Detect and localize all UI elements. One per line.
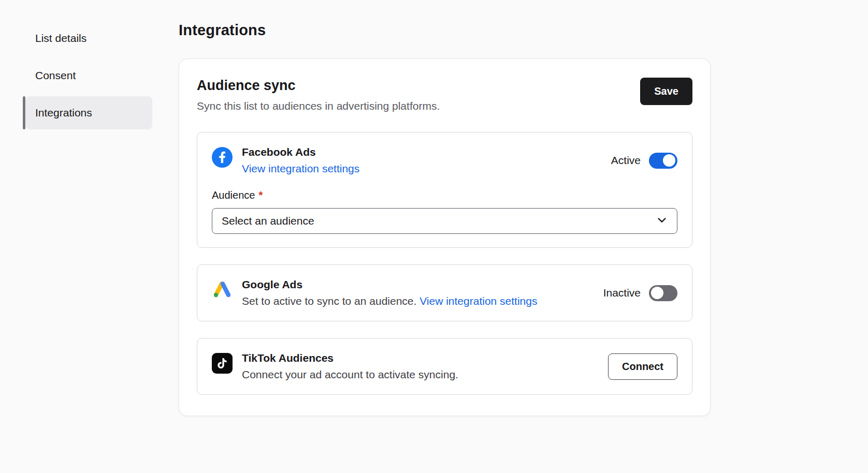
tiktok-icon bbox=[212, 353, 233, 374]
facebook-status-label: Active bbox=[611, 154, 641, 167]
tiktok-title: TikTok Audiences bbox=[242, 352, 458, 364]
card-header-text: Audience sync Sync this list to audience… bbox=[197, 78, 440, 112]
google-ads-row: Google Ads Set to active to sync to an a… bbox=[212, 278, 677, 307]
google-active-toggle[interactable] bbox=[649, 285, 677, 301]
google-ads-text: Google Ads Set to active to sync to an a… bbox=[242, 278, 537, 307]
toggle-knob bbox=[663, 154, 675, 167]
facebook-status-controls: Active bbox=[611, 153, 677, 169]
chevron-down-icon bbox=[656, 214, 668, 228]
sidebar-item-integrations[interactable]: Integrations bbox=[26, 96, 152, 129]
facebook-settings-link[interactable]: View integration settings bbox=[242, 162, 359, 174]
facebook-ads-row: Facebook Ads View integration settings A… bbox=[212, 146, 677, 175]
tiktok-description: Connect your ad account to activate sync… bbox=[242, 368, 458, 381]
google-status-controls: Inactive bbox=[603, 285, 677, 301]
tiktok-row: TikTok Audiences Connect your ad account… bbox=[212, 352, 677, 381]
audience-label-text: Audience bbox=[212, 189, 255, 201]
sidebar-item-consent[interactable]: Consent bbox=[26, 59, 152, 92]
facebook-ads-integration: Facebook Ads View integration settings A… bbox=[197, 132, 692, 248]
audience-field-label: Audience * bbox=[212, 189, 677, 201]
card-header: Audience sync Sync this list to audience… bbox=[197, 78, 692, 112]
audience-field: Audience * Select an audience bbox=[212, 189, 677, 234]
audience-select-value: Select an audience bbox=[222, 215, 314, 227]
facebook-ads-text: Facebook Ads View integration settings bbox=[242, 146, 359, 175]
facebook-icon bbox=[212, 147, 233, 168]
google-settings-link[interactable]: View integration settings bbox=[419, 295, 537, 307]
google-ads-integration: Google Ads Set to active to sync to an a… bbox=[197, 264, 692, 321]
google-ads-description: Set to active to sync to an audience. Vi… bbox=[242, 295, 537, 307]
main-content: Integrations Audience sync Sync this lis… bbox=[179, 0, 868, 473]
facebook-active-toggle[interactable] bbox=[649, 153, 677, 169]
sidebar-item-list-details[interactable]: List details bbox=[26, 22, 152, 55]
google-status-label: Inactive bbox=[603, 287, 641, 299]
tiktok-connect-button[interactable]: Connect bbox=[608, 353, 677, 380]
google-ads-icon bbox=[212, 279, 233, 300]
tiktok-audiences-integration: TikTok Audiences Connect your ad account… bbox=[197, 338, 692, 395]
save-button[interactable]: Save bbox=[640, 78, 692, 105]
audience-select[interactable]: Select an audience bbox=[212, 208, 677, 234]
required-asterisk: * bbox=[258, 189, 263, 201]
toggle-knob bbox=[651, 287, 663, 299]
facebook-ads-title: Facebook Ads bbox=[242, 146, 359, 158]
google-ads-description-text: Set to active to sync to an audience. bbox=[242, 295, 416, 307]
tiktok-text: TikTok Audiences Connect your ad account… bbox=[242, 352, 458, 381]
card-subtitle: Sync this list to audiences in advertisi… bbox=[197, 100, 440, 112]
page-title: Integrations bbox=[179, 22, 868, 39]
audience-sync-card: Audience sync Sync this list to audience… bbox=[179, 58, 711, 416]
google-ads-title: Google Ads bbox=[242, 278, 537, 291]
card-title: Audience sync bbox=[197, 78, 440, 94]
settings-sidebar: List details Consent Integrations bbox=[0, 0, 179, 473]
